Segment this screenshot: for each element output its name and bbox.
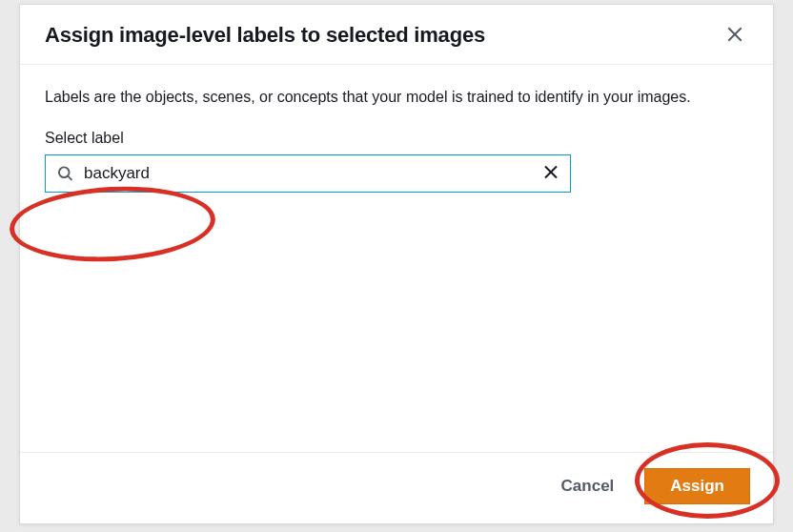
- dialog-description: Labels are the objects, scenes, or conce…: [45, 86, 748, 109]
- backdrop: Assign image-level labels to selected im…: [0, 0, 793, 532]
- label-search-container: [45, 154, 571, 193]
- dialog-title: Assign image-level labels to selected im…: [45, 23, 485, 48]
- clear-icon: [543, 165, 559, 183]
- assign-labels-dialog: Assign image-level labels to selected im…: [19, 4, 774, 524]
- svg-point-2: [59, 167, 70, 177]
- search-icon: [57, 166, 73, 182]
- assign-button[interactable]: Assign: [644, 468, 750, 504]
- dialog-footer: Cancel Assign: [20, 452, 773, 523]
- label-search-input[interactable]: [84, 164, 532, 183]
- cancel-button[interactable]: Cancel: [558, 469, 619, 503]
- close-icon: [726, 26, 743, 46]
- close-button[interactable]: [722, 22, 748, 49]
- clear-search-button[interactable]: [539, 161, 562, 187]
- svg-line-3: [68, 176, 71, 180]
- dialog-header: Assign image-level labels to selected im…: [20, 5, 773, 65]
- select-label-field-label: Select label: [45, 130, 748, 147]
- dialog-body: Labels are the objects, scenes, or conce…: [20, 65, 773, 452]
